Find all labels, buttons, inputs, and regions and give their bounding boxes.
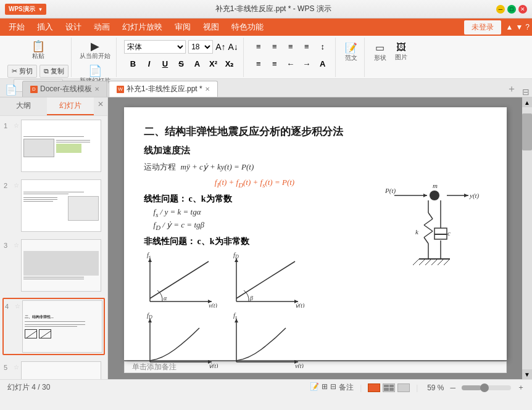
align-left-button[interactable]: ≡ [251,40,266,54]
numbered-button[interactable]: ≡ [267,57,282,71]
svg-line-42 [428,213,433,219]
eq2: fI(t) + fD(t) + fs(t) = P(t) [144,178,366,189]
slide-list: 1 ☆ [0,116,107,379]
menu-design[interactable]: 设计 [59,19,88,35]
bullet-button[interactable]: ≡ [251,57,266,71]
slide-item-5[interactable]: 5 ☆ [2,360,105,379]
copy-button[interactable]: ⧉ 复制 [39,65,69,78]
svg-text:y(t): y(t) [208,302,218,308]
font-size-decrease-button[interactable]: A↓ [228,42,238,52]
tab-nav-icon[interactable]: 📄 [5,84,17,96]
slide-item-1[interactable]: 1 ☆ [2,118,105,173]
cut-button[interactable]: ✂ 剪切 [7,65,37,78]
tab-main-close[interactable]: ✕ [205,86,210,92]
diagrams-row1: fs y(t) α [144,252,366,308]
scroll-thumb[interactable] [522,113,532,150]
wps-logo[interactable]: WPS演示 ▼ [5,4,46,15]
paragraph-section: ≡ ≡ ≡ ≡ ↕ ≡ ≡ ← → A [246,38,336,77]
grid-view-button[interactable] [383,383,395,392]
zoom-decrease-button[interactable]: ─ [450,383,455,392]
sidebar-close-button[interactable]: ✕ [94,97,107,115]
slide-item-2[interactable]: 2 ☆ [2,178,105,233]
paste-button[interactable]: 📋 粘贴 [28,39,48,62]
help-icon[interactable]: ? [525,23,530,31]
zoom-slider-track[interactable] [462,385,511,390]
slide-thumb-2 [21,179,101,232]
underline-button[interactable]: U [157,57,172,71]
slide-item-4[interactable]: 4 ☆ 二、结构非弹性... [2,298,105,355]
menu-start[interactable]: 开始 [2,19,31,35]
menu-insert[interactable]: 插入 [31,19,59,35]
italic-button[interactable]: I [141,57,156,71]
normal-view-button[interactable] [368,383,380,392]
add-tab-button[interactable]: ＋ [504,81,520,97]
motion-equation: mÿ + cẏ + ky(t) = P(t) [181,162,254,172]
indent-decrease-button[interactable]: ← [283,57,298,71]
font-name-select[interactable]: 宋体 [124,40,186,54]
maximize-button[interactable]: □ [507,5,516,14]
linear-desc: c、k为常数 [189,194,232,203]
close-button[interactable]: ✕ [518,5,527,14]
strikethrough-button[interactable]: S [173,57,188,71]
font-color-button[interactable]: A [189,57,204,71]
sidebar-tab-slides[interactable]: 幻灯片 [47,97,94,115]
right-scrollbar[interactable]: ▲ ▼ [522,97,532,379]
help-down-icon[interactable]: ▼ [515,23,523,31]
image-button[interactable]: 🖼 图片 [392,40,410,64]
notes-button[interactable]: 📝 [310,382,319,393]
tab-main[interactable]: W 补充1-非线性反应.ppt * ✕ [109,81,218,97]
svg-text:k: k [415,228,419,236]
text-direction-button[interactable]: A [315,57,330,71]
justify-button[interactable]: ≡ [299,40,314,54]
slide-subtitle: 线加速度法 [144,145,366,157]
svg-text:fD: fD [147,313,152,320]
tab-restore-icon[interactable]: ⊟ [522,87,530,97]
zoom-slider-thumb[interactable] [480,383,489,392]
menu-review[interactable]: 审阅 [168,19,197,35]
zoom-increase-button[interactable]: ＋ [517,382,525,393]
view-icon-1[interactable]: ⊞ [322,382,328,393]
align-center-button[interactable]: ≡ [267,40,282,54]
scroll-down-button[interactable]: ▼ [522,369,532,379]
align-right-button[interactable]: ≡ [283,40,298,54]
menu-bar: 开始 插入 设计 动画 幻灯片放映 审阅 视图 特色功能 未登录 ▲ ▼ ? [0,18,532,36]
font-size-increase-button[interactable]: A↑ [215,42,225,52]
help-up-icon[interactable]: ▲ [506,23,513,31]
menu-animation[interactable]: 动画 [88,19,116,35]
svg-text:ẏ(t): ẏ(t) [209,363,218,368]
svg-line-4 [150,261,209,298]
scroll-up-button[interactable]: ▲ [522,97,532,107]
login-button[interactable]: 未登录 [464,20,501,35]
indent-increase-button[interactable]: → [299,57,314,71]
menu-slideshow[interactable]: 幻灯片放映 [116,19,168,35]
title-bar: WPS演示 ▼ 补充1-非线性反应.ppt * - WPS 演示 ─ □ ✕ [0,0,532,18]
svg-text:fD: fD [233,252,239,260]
subscript-button[interactable]: X₂ [222,57,236,71]
svg-text:ẏ(t): ẏ(t) [295,302,304,308]
zoom-slider-fill [462,385,481,390]
minimize-button[interactable]: ─ [496,5,505,14]
outline-view-button[interactable] [397,383,410,392]
svg-line-31 [413,259,419,265]
text-style-button[interactable]: 📝 范文 [342,40,360,64]
slide-canvas[interactable]: 二、结构非弹性地震反应分析的逐步积分法 线加速度法 运动方程 mÿ + cẏ +… [124,107,507,360]
bold-button[interactable]: B [125,57,140,71]
font-size-select[interactable]: 18 [188,40,213,54]
svg-line-41 [424,219,433,225]
superscript-button[interactable]: X² [206,57,220,71]
menu-view[interactable]: 视图 [197,19,225,35]
tab-docer-close[interactable]: ✕ [94,86,99,92]
svg-line-35 [438,259,444,265]
tab-docer[interactable]: D Docer-在线模板 ✕ [22,81,107,97]
title-bar-text: 补充1-非线性反应.ppt * - WPS 演示 [50,4,496,14]
slide-item-3[interactable]: 3 ☆ [2,238,105,293]
line-spacing-button[interactable]: ↕ [315,40,330,54]
sidebar-tab-outline[interactable]: 大纲 [0,97,47,115]
start-slideshow-button[interactable]: ▶ 从当前开始 [77,39,114,62]
shape-button[interactable]: ▭ 形状 [371,40,389,64]
status-bar: 幻灯片 4 / 30 📝 ⊞ ⊟ 备注 | | 59 % ─ [0,379,532,395]
menu-features[interactable]: 特色功能 [225,19,270,35]
svg-marker-56 [423,194,427,197]
view-icon-2[interactable]: ⊟ [330,382,336,393]
svg-line-36 [444,259,450,265]
